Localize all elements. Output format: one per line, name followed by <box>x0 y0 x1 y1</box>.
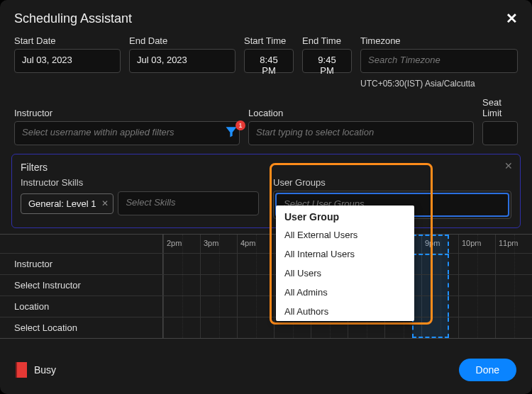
start-date-label: Start Date <box>14 35 121 46</box>
timeline-row-label: Instructor <box>0 254 163 274</box>
skill-chip: General: Level 1 ✕ <box>21 193 113 214</box>
time-selection[interactable] <box>412 235 449 253</box>
timezone-field: Timezone Search Timezone UTC+05:30(IST) … <box>360 35 518 89</box>
filter-icon[interactable]: 1 <box>224 125 241 142</box>
instructor-label: Instructor <box>14 108 240 118</box>
timezone-input[interactable]: Search Timezone <box>360 49 518 73</box>
timezone-label: Timezone <box>360 35 518 46</box>
dropdown-item[interactable]: All Admins <box>276 283 414 302</box>
timeline-cell <box>237 317 274 338</box>
end-time-field: End Time 9:45 PM <box>302 35 352 89</box>
time-selection[interactable] <box>412 254 449 274</box>
timezone-note: UTC+05:30(IST) Asia/Calcutta <box>360 76 518 89</box>
timeline-cell <box>237 275 274 296</box>
instructor-input[interactable]: Select username within applied filters <box>14 121 240 145</box>
time-selection[interactable] <box>412 317 449 338</box>
dropdown-item[interactable]: All External Users <box>276 225 414 244</box>
start-time-field: Start Time 8:45 PM <box>244 35 294 89</box>
filters-panel: ✕ Filters Instructor Skills General: Lev… <box>11 154 521 228</box>
seat-limit-input[interactable] <box>482 121 518 145</box>
timeline-cell <box>163 317 200 338</box>
hour-header: 11pm <box>495 235 532 253</box>
filters-close-icon[interactable]: ✕ <box>504 160 513 171</box>
close-icon[interactable]: ✕ <box>506 10 518 27</box>
instructor-field: Instructor Select username within applie… <box>14 108 240 145</box>
hour-header: 10pm <box>458 235 495 253</box>
timeline-cell <box>458 317 495 338</box>
dropdown-item[interactable]: All Authors <box>276 302 414 321</box>
end-date-field: End Date Jul 03, 2023 <box>129 35 235 89</box>
dialog-title: Scheduling Assistant <box>14 11 132 26</box>
dropdown-item[interactable]: All Users <box>276 264 414 283</box>
instructor-skills-col: Instructor Skills General: Level 1 ✕ Sel… <box>21 177 259 219</box>
timeline-cell <box>163 296 200 317</box>
timeline-cell <box>458 254 495 274</box>
timeline-corner <box>0 235 163 253</box>
location-input[interactable]: Start typing to select location <box>248 121 474 145</box>
timeline-cell <box>495 275 532 296</box>
timeline-cell <box>237 254 274 274</box>
dropdown-item[interactable]: All Internal Users <box>276 244 414 264</box>
location-field: Location Start typing to select location <box>248 108 474 145</box>
timeline-cell <box>237 296 274 317</box>
timeline-row: Select Location <box>0 317 532 338</box>
start-time-input[interactable]: 8:45 PM <box>244 49 294 73</box>
user-groups-dropdown: User Group All External UsersAll Interna… <box>276 206 414 321</box>
start-date-input[interactable]: Jul 03, 2023 <box>14 49 121 73</box>
timeline-row-label: Select Location <box>0 317 163 338</box>
timeline-cell <box>163 254 200 274</box>
busy-swatch <box>16 362 27 378</box>
timeline-cell <box>458 296 495 317</box>
timeline-cell <box>200 317 237 338</box>
timeline-cell <box>495 296 532 317</box>
dropdown-title: User Group <box>276 206 414 225</box>
chip-remove-icon[interactable]: ✕ <box>101 198 109 208</box>
timeline-cell <box>163 275 200 296</box>
timeline-row: Select Instructor <box>0 274 532 296</box>
timeline-row-label: Location <box>0 296 163 317</box>
timeline-row-label: Select Instructor <box>0 275 163 296</box>
timeline-cell <box>200 275 237 296</box>
hour-header: 3pm <box>200 235 237 253</box>
location-label: Location <box>248 108 474 118</box>
filter-badge: 1 <box>235 120 245 130</box>
timeline: 2pm3pm4pm5pm6pm7pm8pm9pm10pm11pm Instruc… <box>0 234 532 339</box>
end-date-input[interactable]: Jul 03, 2023 <box>129 49 235 73</box>
instructor-skills-label: Instructor Skills <box>21 177 259 188</box>
hour-header: 4pm <box>237 235 274 253</box>
legend-busy-label: Busy <box>34 364 56 376</box>
start-time-label: Start Time <box>244 35 294 46</box>
seat-limit-label: Seat Limit <box>482 97 518 118</box>
timeline-cell <box>495 254 532 274</box>
timeline-cell <box>458 275 495 296</box>
user-groups-label: User Groups <box>273 177 511 188</box>
hour-header: 2pm <box>163 235 200 253</box>
end-time-label: End Time <box>302 35 352 46</box>
legend-busy: Busy <box>16 362 56 378</box>
seat-limit-field: Seat Limit <box>482 97 518 145</box>
timeline-cell <box>495 317 532 338</box>
filters-title: Filters <box>21 162 511 173</box>
end-time-input[interactable]: 9:45 PM <box>302 49 352 73</box>
time-selection[interactable] <box>412 296 449 317</box>
end-date-label: End Date <box>129 35 235 46</box>
skills-input[interactable]: Select Skills <box>118 191 259 215</box>
timeline-cell <box>200 254 237 274</box>
skill-chip-label: General: Level 1 <box>28 198 96 209</box>
timeline-cell <box>200 296 237 317</box>
done-button[interactable]: Done <box>459 359 516 381</box>
timeline-row: Instructor <box>0 253 532 274</box>
time-selection[interactable] <box>412 275 449 296</box>
timeline-row: Location <box>0 296 532 317</box>
start-date-field: Start Date Jul 03, 2023 <box>14 35 121 89</box>
